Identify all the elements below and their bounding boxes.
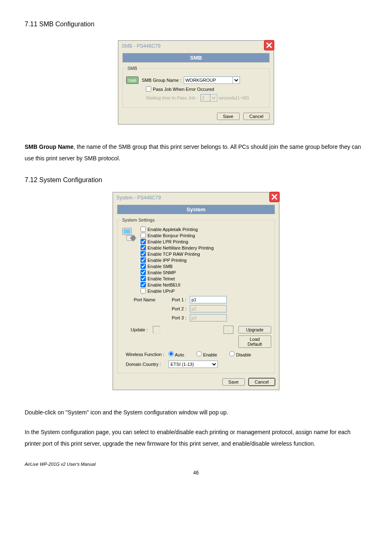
smb-banner: SMB: [122, 53, 270, 62]
svg-rect-3: [124, 229, 130, 234]
sys-p1: Double-click on "System" icon and the Sy…: [25, 407, 367, 418]
ipp-checkbox[interactable]: [141, 257, 146, 263]
load-default-button[interactable]: Load Default: [238, 335, 271, 348]
portname-label: Port Name: [131, 297, 155, 302]
port3-input: [190, 314, 227, 321]
smb-group-label: SMB Group Name :: [142, 78, 181, 83]
appletalk-label: Enable Appletalk Printing: [148, 227, 198, 232]
port3-label: Port 3 :: [172, 315, 190, 320]
smb-save-button[interactable]: Save: [217, 113, 240, 120]
smb-cancel-button[interactable]: Cancel: [243, 113, 270, 120]
smb-label: Enable SMB: [148, 264, 173, 269]
upnp-checkbox[interactable]: [141, 288, 146, 294]
ipp-label: Enable IPP Printing: [148, 258, 187, 263]
port1-label: Port 1 :: [172, 297, 190, 302]
netbeui-label: Enable NetBEUI: [148, 282, 180, 287]
page-number: 46: [25, 470, 367, 476]
netware-checkbox[interactable]: [141, 245, 146, 250]
upgrade-button[interactable]: Upgrade: [238, 326, 271, 333]
wireless-disable-radio[interactable]: [229, 351, 235, 356]
lpr-label: Enable LPR Printing: [148, 239, 188, 244]
wait-label: Waiting time to Pass Job :: [146, 95, 198, 100]
netbeui-checkbox[interactable]: [141, 282, 146, 287]
tcpraw-checkbox[interactable]: [141, 251, 146, 257]
wait-dropdown: [210, 94, 217, 102]
telnet-label: Enable Telnet: [148, 276, 175, 281]
smb-description-text: , the name of the SMB group that this pr…: [25, 143, 361, 162]
smb-description: SMB Group Name, the name of the SMB grou…: [25, 141, 367, 164]
update-label: Update :: [131, 327, 150, 332]
system-legend: System Settings: [121, 217, 156, 222]
system-save-button[interactable]: Save: [222, 378, 245, 386]
smb-dialog: SMB - PS446C79 SMB SMB SMB SMB Group Nam…: [118, 40, 274, 125]
tcpraw-label: Enable TCP RAW Printing: [148, 252, 200, 257]
bonjour-label: Enable Bonjour Printing: [148, 233, 195, 238]
port2-label: Port 2 :: [172, 306, 190, 311]
smb-badge-icon: SMB: [126, 76, 138, 84]
wait-input: [201, 94, 210, 102]
upnp-label: Enable UPnP: [148, 289, 175, 294]
wireless-auto-radio[interactable]: [168, 351, 174, 356]
smb-group-input[interactable]: [184, 76, 233, 84]
snmp-checkbox[interactable]: [141, 270, 146, 275]
wait-suffix: seconds(1~60): [219, 95, 249, 100]
smb-checkbox[interactable]: [141, 264, 146, 269]
system-dialog: System - PS446C79 System System Settings…: [113, 192, 279, 390]
port2-input: [190, 305, 227, 312]
port1-input[interactable]: [190, 296, 227, 303]
telnet-checkbox[interactable]: [141, 276, 146, 281]
browse-button: ...: [224, 326, 233, 334]
pass-job-checkbox[interactable]: [146, 86, 151, 92]
update-input: [153, 326, 160, 333]
snmp-label: Enable SNMP: [148, 270, 176, 275]
svg-point-5: [131, 236, 136, 240]
domain-label: Domain Country :: [126, 362, 168, 367]
lpr-checkbox[interactable]: [141, 239, 146, 244]
smb-fieldset: SMB SMB SMB Group Name : Pass Job When E…: [122, 66, 270, 108]
wireless-auto-label: Auto: [175, 352, 184, 357]
footer-text: AirLive WP-201G v2 User's Manual: [25, 462, 367, 467]
wireless-label: Wireless Function :: [126, 352, 168, 357]
heading-712: 7.12 System Configuration: [25, 176, 367, 184]
system-cancel-button[interactable]: Cancel: [249, 378, 275, 386]
netware-label: Enable NetWare Bindery Printing: [148, 245, 214, 250]
system-fieldset: System Settings Enable Appletalk Printin…: [117, 217, 275, 373]
system-banner: System: [117, 205, 275, 214]
smb-group-dropdown[interactable]: [233, 76, 240, 84]
bonjour-checkbox[interactable]: [141, 233, 146, 238]
smb-dialog-title: SMB - PS446C79: [122, 43, 161, 49]
domain-select[interactable]: ETSI (1-13): [168, 361, 218, 368]
close-icon[interactable]: [269, 192, 280, 202]
wireless-enable-radio[interactable]: [196, 351, 202, 356]
system-dialog-title: System - PS446C79: [116, 195, 161, 201]
smb-group-name-bold: SMB Group Name: [25, 143, 74, 150]
appletalk-checkbox[interactable]: [141, 227, 146, 232]
sys-p2: In the System configuration page, you ca…: [25, 426, 367, 449]
wireless-enable-label: Enable: [203, 352, 217, 357]
system-icon: [121, 226, 137, 242]
close-icon[interactable]: [264, 40, 274, 51]
heading-711: 7.11 SMB Configuration: [25, 21, 367, 28]
wireless-disable-label: Disable: [236, 352, 251, 357]
pass-job-label: Pass Job When Error Occured: [153, 87, 214, 92]
smb-legend: SMB: [126, 66, 138, 71]
